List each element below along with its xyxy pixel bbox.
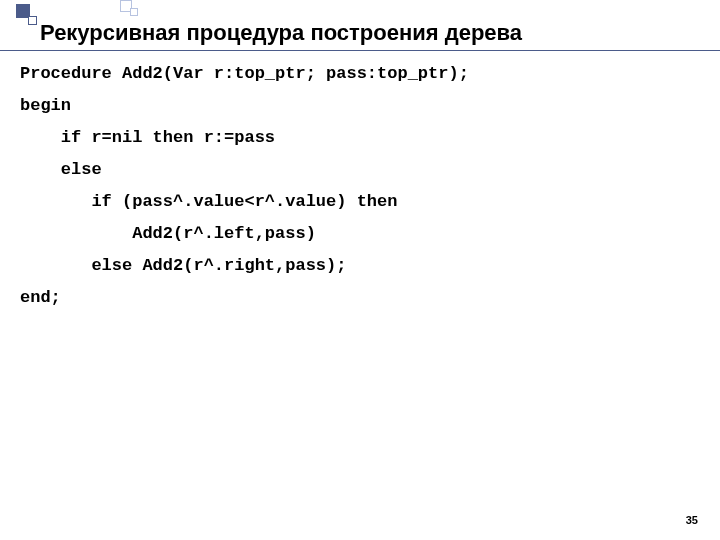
- code-line: if r=nil then r:=pass: [20, 122, 700, 154]
- title-divider: [0, 50, 720, 51]
- code-line: begin: [20, 90, 700, 122]
- code-line: else: [20, 154, 700, 186]
- code-line: Add2(r^.left,pass): [20, 218, 700, 250]
- code-line: else Add2(r^.right,pass);: [20, 250, 700, 282]
- slide-title: Рекурсивная процедура построения дерева: [40, 20, 700, 46]
- slide: Рекурсивная процедура построения дерева …: [0, 0, 720, 540]
- page-number: 35: [686, 514, 698, 526]
- code-block: Procedure Add2(Var r:top_ptr; pass:top_p…: [20, 58, 700, 314]
- code-line: if (pass^.value<r^.value) then: [20, 186, 700, 218]
- code-line: Procedure Add2(Var r:top_ptr; pass:top_p…: [20, 58, 700, 90]
- code-line: end;: [20, 282, 700, 314]
